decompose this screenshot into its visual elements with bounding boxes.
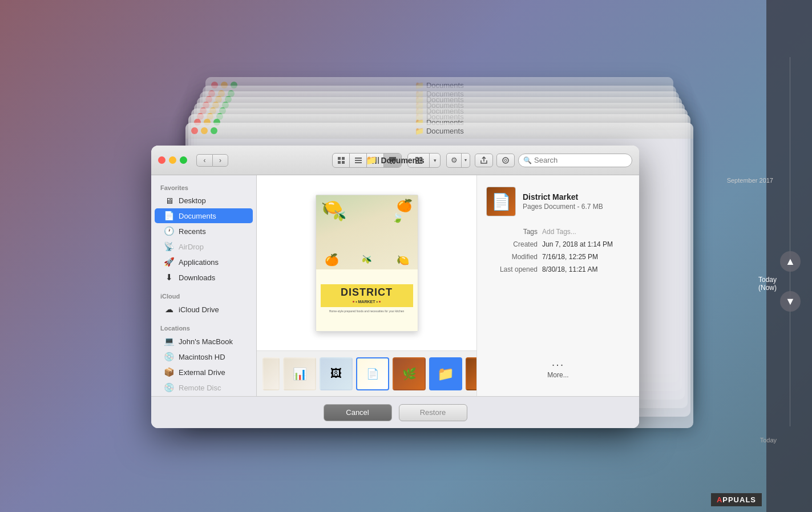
sidebar-item-remote-disc: 💿 Remote Disc xyxy=(155,380,253,395)
file-name-group: District Market Pages Document - 6.7 MB xyxy=(523,192,603,211)
timeline-now-label: Today (Now) xyxy=(758,276,777,292)
thumb-item-1[interactable]: 📊 xyxy=(283,357,316,390)
gear-action-button[interactable]: ⚙ xyxy=(447,154,462,167)
share-button[interactable] xyxy=(475,154,493,167)
sidebar-item-applications[interactable]: 🚀 Applications xyxy=(155,255,253,269)
airdrop-icon: 📡 xyxy=(164,241,174,252)
last-opened-label: Last opened xyxy=(486,265,538,273)
sidebar-item-documents[interactable]: 📄 Documents xyxy=(155,208,253,223)
timeline-up-button[interactable]: ▲ xyxy=(780,251,801,272)
timeline-down-button[interactable]: ▼ xyxy=(780,291,801,312)
thumbnail-strip: 📊 🖼 📄 🌿 xyxy=(257,350,476,396)
timeline-today-label: Today xyxy=(760,437,777,444)
last-opened-row: Last opened 8/30/18, 11:21 AM xyxy=(486,265,630,273)
last-opened-value: 8/30/18, 11:21 AM xyxy=(542,265,597,273)
document-title: DISTRICT xyxy=(326,287,407,299)
action-button: ⚙ ▾ xyxy=(446,153,470,168)
svg-rect-2 xyxy=(338,161,341,164)
search-bar: 🔍 xyxy=(518,154,632,167)
more-label: More... xyxy=(547,371,568,379)
sidebar-item-johns-mac[interactable]: 💻 John's MacBook xyxy=(155,334,253,349)
remote-disc-icon: 💿 xyxy=(164,382,174,393)
svg-point-18 xyxy=(503,158,508,163)
close-button[interactable] xyxy=(158,156,165,164)
back-button[interactable]: ‹ xyxy=(196,154,212,167)
document-preview: 🍋 🍊 🫒 🍃 🍊 🍋 🫒 xyxy=(316,195,418,332)
modified-label: Modified xyxy=(486,253,538,261)
finder-content: Favorites 🖥 Desktop 📄 Documents 🕐 Recent… xyxy=(151,175,639,396)
applications-icon: 🚀 xyxy=(164,257,174,267)
sidebar-item-label-macintosh-hd: Macintosh HD xyxy=(179,353,225,361)
folder-icon: 📁 xyxy=(366,155,377,166)
sidebar-item-downloads[interactable]: ⬇ Downloads xyxy=(155,270,253,285)
sidebar-item-macintosh-hd[interactable]: 💿 Macintosh HD xyxy=(155,349,253,364)
cancel-button[interactable]: Cancel xyxy=(324,404,392,421)
view-dropdown-button[interactable]: ▾ xyxy=(430,154,440,167)
sidebar-item-label-downloads: Downloads xyxy=(179,273,215,282)
file-thumbnail: 📄 xyxy=(486,187,516,216)
locations-label: Locations xyxy=(151,321,256,333)
document-subtitle: • MARKET • xyxy=(355,300,378,304)
thumb-item-5[interactable]: 📁 xyxy=(429,357,462,390)
svg-rect-5 xyxy=(355,160,362,161)
file-name: District Market xyxy=(523,192,603,201)
modified-row: Modified 7/16/18, 12:25 PM xyxy=(486,253,630,261)
laptop-icon: 💻 xyxy=(164,336,174,346)
svg-point-19 xyxy=(504,159,507,162)
created-label: Created xyxy=(486,240,538,248)
maximize-button[interactable] xyxy=(180,156,187,164)
thumb-item-4[interactable]: 🌿 xyxy=(393,357,426,390)
timeline: September 2017 ▲ Today (Now) ▼ Today xyxy=(766,0,812,512)
svg-rect-6 xyxy=(355,162,362,163)
file-type: Pages Document - 6.7 MB xyxy=(523,203,603,211)
gear-dropdown-button[interactable]: ▾ xyxy=(462,154,470,167)
sidebar-item-desktop[interactable]: 🖥 Desktop xyxy=(155,193,253,208)
finder-footer: Cancel Restore xyxy=(151,396,639,428)
document-tagline: Home-style prepared foods and necessitie… xyxy=(329,309,405,313)
sidebar-item-icloud-drive[interactable]: ☁ iCloud Drive xyxy=(155,302,253,317)
sidebar-item-recents[interactable]: 🕐 Recents xyxy=(155,224,253,239)
sidebar-item-label-desktop: Desktop xyxy=(179,196,206,205)
sidebar-item-label-recents: Recents xyxy=(179,227,206,236)
file-info-header: 📄 District Market Pages Document - 6.7 M… xyxy=(486,187,630,216)
list-view-button[interactable] xyxy=(350,154,367,167)
more-button[interactable]: ··· More... xyxy=(486,352,630,385)
created-row: Created Jun 7, 2018 at 1:14 PM xyxy=(486,240,630,248)
thumb-item-6-partial[interactable] xyxy=(466,357,476,390)
svg-rect-0 xyxy=(338,157,341,160)
search-input[interactable] xyxy=(534,156,627,164)
external-drive-icon: 📦 xyxy=(164,367,174,377)
forward-button[interactable]: › xyxy=(212,154,228,167)
sidebar-item-label-documents: Documents xyxy=(179,212,216,220)
more-dots-icon: ··· xyxy=(552,358,565,371)
traffic-lights xyxy=(158,156,187,164)
window-title: 📁 Documents xyxy=(366,155,424,166)
burn-button[interactable] xyxy=(496,154,515,167)
document-image: 🍋 🍊 🫒 🍃 🍊 🍋 🫒 xyxy=(316,195,418,270)
svg-rect-4 xyxy=(355,158,362,159)
icloud-label: iCloud xyxy=(151,289,256,301)
search-icon: 🔍 xyxy=(523,156,532,164)
icon-view-button[interactable] xyxy=(333,154,350,167)
thumb-item-partial[interactable] xyxy=(262,357,280,390)
sidebar-item-external-drive[interactable]: 📦 External Drive xyxy=(155,365,253,380)
tags-value[interactable]: Add Tags... xyxy=(542,228,576,236)
sidebar-item-label-johns-mac: John's MacBook xyxy=(179,337,233,346)
recents-icon: 🕐 xyxy=(164,226,174,236)
restore-button[interactable]: Restore xyxy=(399,404,467,421)
watermark: APPUALS xyxy=(711,493,762,506)
disk-icon: 💿 xyxy=(164,352,174,362)
title-bar: ‹ › 📁 Documents xyxy=(151,146,639,175)
documents-icon: 📄 xyxy=(164,211,174,221)
desktop-icon: 🖥 xyxy=(164,196,174,205)
thumb-item-2[interactable]: 🖼 xyxy=(320,357,353,390)
thumb-item-3[interactable]: 📄 xyxy=(356,357,389,390)
svg-rect-3 xyxy=(342,161,345,164)
file-info-panel: 📄 District Market Pages Document - 6.7 M… xyxy=(476,175,639,396)
sidebar: Favorites 🖥 Desktop 📄 Documents 🕐 Recent… xyxy=(151,175,257,396)
downloads-icon: ⬇ xyxy=(164,272,174,283)
minimize-button[interactable] xyxy=(169,156,176,164)
svg-rect-1 xyxy=(342,157,345,160)
finder-window: ‹ › 📁 Documents xyxy=(151,146,639,428)
sidebar-item-label-external-drive: External Drive xyxy=(179,368,225,377)
